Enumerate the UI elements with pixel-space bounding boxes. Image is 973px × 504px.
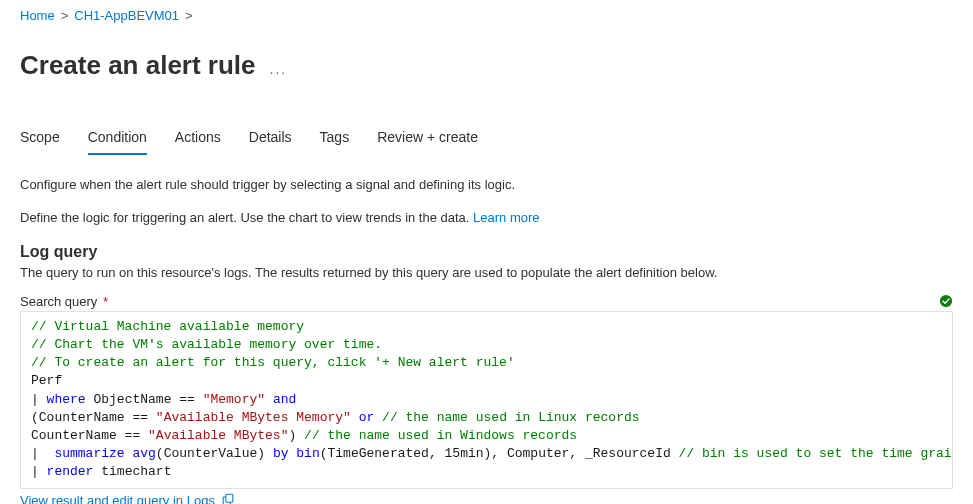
- field-label-row: Search query *: [20, 294, 953, 309]
- intro-text-2: Define the logic for triggering an alert…: [20, 210, 953, 225]
- code-line: | summarize avg(CounterValue) by bin(Tim…: [31, 446, 953, 461]
- search-query-editor[interactable]: // Virtual Machine available memory // C…: [20, 311, 953, 489]
- external-link-icon: [221, 493, 235, 504]
- view-in-logs-label: View result and edit query in Logs: [20, 493, 215, 505]
- code-line: | where ObjectName == "Memory" and: [31, 392, 296, 407]
- tab-bar: Scope Condition Actions Details Tags Rev…: [20, 129, 953, 155]
- view-in-logs-link[interactable]: View result and edit query in Logs: [20, 493, 235, 505]
- section-description: The query to run on this resource's logs…: [20, 265, 953, 280]
- section-heading: Log query: [20, 243, 953, 261]
- breadcrumb-separator-icon: >: [185, 8, 193, 23]
- tab-condition[interactable]: Condition: [88, 129, 147, 155]
- intro-text-2-prefix: Define the logic for triggering an alert…: [20, 210, 473, 225]
- code-line: Perf: [31, 373, 62, 388]
- page-title: Create an alert rule: [20, 50, 256, 81]
- intro-text: Configure when the alert rule should tri…: [20, 177, 953, 192]
- tab-tags[interactable]: Tags: [320, 129, 350, 155]
- learn-more-link[interactable]: Learn more: [473, 210, 539, 225]
- tab-actions[interactable]: Actions: [175, 129, 221, 155]
- code-line: (CounterName == "Available MBytes Memory…: [31, 410, 640, 425]
- field-label-text: Search query: [20, 294, 97, 309]
- validation-success-icon: [939, 294, 953, 308]
- more-actions-button[interactable]: ...: [270, 55, 288, 77]
- tab-scope[interactable]: Scope: [20, 129, 60, 155]
- code-comment: // Chart the VM's available memory over …: [31, 337, 382, 352]
- code-comment: // Virtual Machine available memory: [31, 319, 304, 334]
- breadcrumb: Home > CH1-AppBEVM01 >: [20, 8, 953, 23]
- required-indicator-icon: *: [99, 294, 108, 309]
- breadcrumb-home-link[interactable]: Home: [20, 8, 55, 23]
- svg-point-0: [940, 295, 952, 307]
- page-title-row: Create an alert rule ...: [20, 33, 953, 99]
- tab-details[interactable]: Details: [249, 129, 292, 155]
- code-line: CounterName == "Available MBytes") // th…: [31, 428, 577, 443]
- field-label: Search query *: [20, 294, 108, 309]
- breadcrumb-separator-icon: >: [61, 8, 69, 23]
- tab-review-create[interactable]: Review + create: [377, 129, 478, 155]
- svg-rect-2: [226, 494, 233, 502]
- breadcrumb-resource-link[interactable]: CH1-AppBEVM01: [74, 8, 179, 23]
- code-comment: // To create an alert for this query, cl…: [31, 355, 515, 370]
- code-line: | render timechart: [31, 464, 171, 479]
